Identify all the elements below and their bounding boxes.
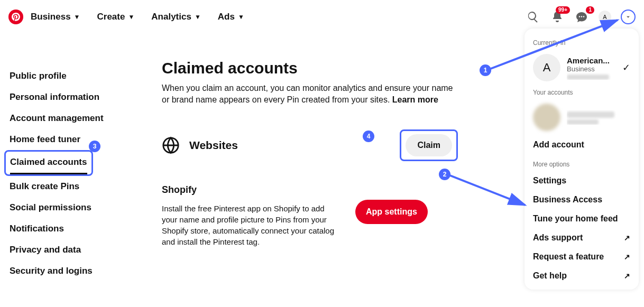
shopify-section: Shopify Install the free Pinterest app o… xyxy=(162,184,458,247)
svg-line-5 xyxy=(450,175,525,205)
claim-button[interactable]: Claim xyxy=(406,134,452,156)
annotation-bubble-1: 1 xyxy=(480,64,491,76)
top-nav: Business▼ Create▼ Analytics▼ Ads▼ xyxy=(31,12,244,22)
learn-more-link[interactable]: Learn more xyxy=(392,95,438,104)
page-desc: When you claim an account, you can monit… xyxy=(162,82,458,106)
sidebar-item-notifications[interactable]: Notifications xyxy=(10,218,64,239)
annotation-bubble-4: 4 xyxy=(363,131,374,142)
sidebar-item-home-feed[interactable]: Home feed tuner xyxy=(10,129,80,150)
add-account-item[interactable]: Add account xyxy=(525,135,639,154)
sidebar-item-security[interactable]: Security and logins xyxy=(10,261,93,282)
annotation-arrow-1 xyxy=(486,16,624,74)
msg-badge: 1 xyxy=(586,6,594,14)
annotation-arrow-2 xyxy=(447,172,531,209)
dd-ads-support[interactable]: Ads support↗ xyxy=(525,228,639,247)
notif-badge: 99+ xyxy=(556,6,570,14)
sidebar-item-personal-info[interactable]: Personal information xyxy=(10,87,99,108)
dd-blur-name xyxy=(567,111,614,118)
sidebar: Public profile Personal information Acco… xyxy=(10,34,147,282)
dd-tune-feed[interactable]: Tune your home feed xyxy=(525,209,639,228)
svg-line-4 xyxy=(491,20,618,69)
dd-settings[interactable]: Settings xyxy=(525,171,639,190)
nav-create[interactable]: Create▼ xyxy=(97,12,134,22)
websites-section: Websites Claim xyxy=(162,129,458,161)
shopify-title: Shopify xyxy=(162,184,458,196)
sidebar-item-claimed-accounts[interactable]: Claimed accounts xyxy=(10,152,87,174)
dd-get-help[interactable]: Get help↗ xyxy=(525,266,639,285)
annotation-bubble-3: 3 xyxy=(89,141,100,152)
page-title: Claimed accounts xyxy=(162,59,458,77)
annotation-box-3: Claimed accounts xyxy=(4,150,93,176)
app-settings-button[interactable]: App settings xyxy=(355,200,428,224)
dd-your-accounts: Your accounts xyxy=(525,86,639,99)
chevron-down-icon: ▼ xyxy=(238,13,244,21)
sidebar-item-public-profile[interactable]: Public profile xyxy=(10,66,67,87)
sidebar-item-privacy[interactable]: Privacy and data xyxy=(10,239,81,261)
sidebar-item-social-perms[interactable]: Social permissions xyxy=(10,197,91,218)
external-icon: ↗ xyxy=(624,234,630,242)
nav-analytics[interactable]: Analytics▼ xyxy=(151,12,200,22)
globe-icon xyxy=(162,136,180,154)
nav-business[interactable]: Business▼ xyxy=(31,12,80,22)
dd-other-account[interactable] xyxy=(525,99,639,135)
external-icon: ↗ xyxy=(624,272,630,280)
pinterest-logo[interactable] xyxy=(8,10,23,24)
chevron-down-icon: ▼ xyxy=(74,13,80,21)
dd-acct-blur xyxy=(567,75,609,80)
main-content: Claimed accounts When you claim an accou… xyxy=(162,34,458,282)
websites-label: Websites xyxy=(189,139,238,152)
nav-ads[interactable]: Ads▼ xyxy=(218,12,244,22)
external-icon: ↗ xyxy=(624,253,630,261)
dd-more-options: More options xyxy=(525,157,639,171)
shopify-desc: Install the free Pinterest app on Shopif… xyxy=(162,203,342,247)
dd-blur-sub xyxy=(567,119,599,125)
dd-request-feature[interactable]: Request a feature↗ xyxy=(525,247,639,266)
sidebar-item-account-mgmt[interactable]: Account management xyxy=(10,108,104,129)
chevron-down-icon: ▼ xyxy=(195,13,201,21)
sidebar-item-bulk-pins[interactable]: Bulk create Pins xyxy=(10,176,79,197)
chevron-down-icon: ▼ xyxy=(128,13,134,21)
dd-avatar-blur xyxy=(533,104,560,131)
dd-business-access[interactable]: Business Access xyxy=(525,190,639,209)
annotation-bubble-2: 2 xyxy=(439,169,450,180)
annotation-box-4: Claim xyxy=(400,129,458,161)
